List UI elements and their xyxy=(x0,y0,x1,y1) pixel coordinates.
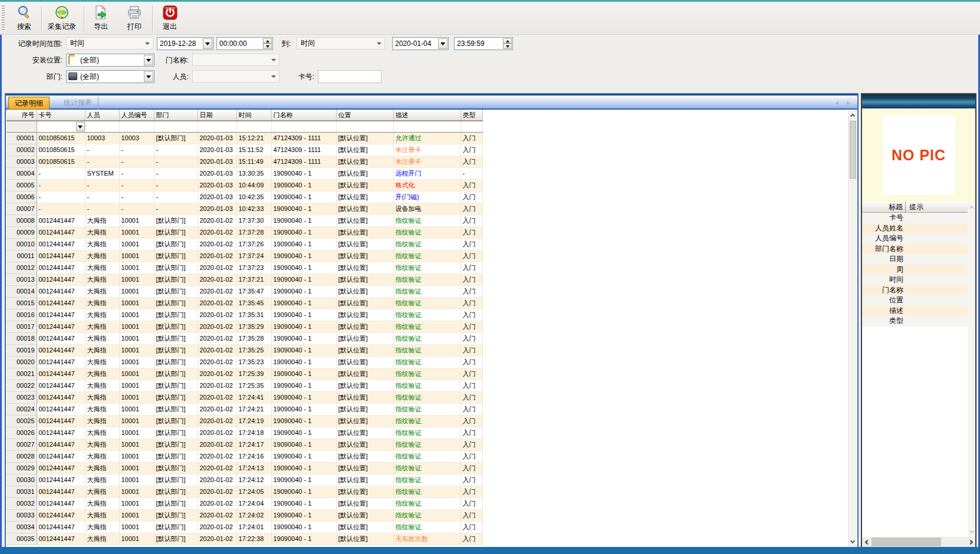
table-row[interactable]: 000340012441447大拇指10001[默认部门]2020-01-021… xyxy=(6,521,482,533)
table-row[interactable]: 00004-SYSTEM--2020-01-0313:30:3519090040… xyxy=(6,167,482,179)
spin-down-icon[interactable] xyxy=(503,44,512,49)
list-item[interactable]: 周 xyxy=(862,265,968,275)
table-row[interactable]: 000190012441447大拇指10001[默认部门]2020-01-021… xyxy=(6,344,482,356)
column-header[interactable]: 位置 xyxy=(336,110,393,121)
column-header[interactable]: 部门 xyxy=(154,110,198,121)
table-row[interactable]: 00006----2020-01-0310:42:3519090040 - 1[… xyxy=(6,191,482,203)
table-row[interactable]: 000300012441447大拇指10001[默认部门]2020-01-021… xyxy=(6,474,482,486)
start-date-picker[interactable]: 2019-12-28 xyxy=(157,37,213,50)
column-header[interactable]: 时间 xyxy=(236,110,271,121)
department-combo[interactable]: (全部) xyxy=(66,70,154,83)
table-row[interactable]: 000090012441447大拇指10001[默认部门]2020-01-021… xyxy=(6,226,482,238)
table-row[interactable]: 000110012441447大拇指10001[默认部门]2020-01-021… xyxy=(6,250,482,262)
print-button[interactable]: 打印 xyxy=(121,3,148,34)
list-item[interactable]: 位置 xyxy=(862,295,968,306)
exit-button[interactable]: 退出 xyxy=(156,3,184,34)
table-row[interactable]: 000260012441447大拇指10001[默认部门]2020-01-021… xyxy=(6,427,482,438)
table-row[interactable]: 000020010850615---2020-01-0315:11:524712… xyxy=(6,144,482,156)
column-header[interactable]: 门名称 xyxy=(271,110,336,121)
end-type-combo[interactable]: 时间 xyxy=(297,37,385,50)
spinner-buttons[interactable] xyxy=(503,38,512,49)
scroll-down-icon[interactable] xyxy=(968,526,975,535)
card-filter-dropdown[interactable] xyxy=(76,122,85,131)
column-header[interactable]: 人员 xyxy=(85,110,119,121)
table-row[interactable]: 000130012441447大拇指10001[默认部门]2020-01-021… xyxy=(6,273,482,285)
table-row[interactable]: 000320012441447大拇指10001[默认部门]2020-01-021… xyxy=(6,497,482,509)
table-row[interactable]: 00005----2020-01-0310:44:0919090040 - 1[… xyxy=(6,179,482,191)
table-row[interactable]: 000170012441447大拇指10001[默认部门]2020-01-021… xyxy=(6,321,482,332)
table-row[interactable]: 000150012441447大拇指10001[默认部门]2020-01-021… xyxy=(6,297,482,309)
door-name-combo[interactable] xyxy=(192,54,279,66)
column-header[interactable]: 类型 xyxy=(461,110,482,121)
scrollbar-thumb[interactable] xyxy=(850,121,856,179)
tab-statistics-report[interactable]: 统计报表 xyxy=(58,97,98,110)
info-column-hint[interactable]: 提示 xyxy=(909,202,923,212)
info-column-title[interactable]: 标题 xyxy=(862,202,906,212)
info-vertical-scrollbar[interactable] xyxy=(968,202,975,537)
list-item[interactable]: 门名称 xyxy=(862,285,968,296)
scroll-down-icon[interactable] xyxy=(849,536,857,545)
tab-record-details[interactable]: 记录明细 xyxy=(8,97,50,110)
table-row[interactable]: 0000100108506151000310003[默认部门]2020-01-0… xyxy=(6,132,482,144)
table-row[interactable]: 000120012441447大拇指10001[默认部门]2020-01-021… xyxy=(6,262,482,273)
scrollbar-thumb[interactable] xyxy=(872,537,941,546)
collect-records-button[interactable]: 采集记录 xyxy=(44,3,80,34)
table-row[interactable]: 000350012441447大拇指10001[默认部门]2020-01-021… xyxy=(6,533,482,545)
column-header[interactable]: 卡号 xyxy=(37,110,85,121)
start-type-combo[interactable]: 时间 xyxy=(66,37,153,50)
grid-vertical-scrollbar[interactable] xyxy=(848,110,857,546)
scroll-right-icon[interactable] xyxy=(966,537,975,547)
list-item[interactable]: 部门名称 xyxy=(862,244,968,255)
table-row[interactable]: 000160012441447大拇指10001[默认部门]2020-01-021… xyxy=(6,309,482,321)
chevron-down-icon[interactable] xyxy=(144,55,153,65)
calendar-dropdown-icon[interactable] xyxy=(203,38,212,49)
table-row[interactable]: 000240012441447大拇指10001[默认部门]2020-01-021… xyxy=(6,403,482,415)
list-item[interactable]: 卡号 xyxy=(862,213,968,223)
tab-scroll-right-icon[interactable] xyxy=(847,101,850,105)
list-item[interactable]: 人员姓名 xyxy=(862,223,968,234)
table-row[interactable]: 000220012441447大拇指10001[默认部门]2020-01-021… xyxy=(6,380,482,391)
list-item[interactable]: 时间 xyxy=(862,275,968,285)
column-header[interactable]: 人员编号 xyxy=(119,110,154,121)
table-row[interactable]: 000330012441447大拇指10001[默认部门]2020-01-021… xyxy=(6,509,482,521)
end-time-spinner[interactable]: 23:59:59 xyxy=(454,37,513,50)
table-row[interactable]: 000250012441447大拇指10001[默认部门]2020-01-021… xyxy=(6,415,482,427)
table-row[interactable]: 000310012441447大拇指10001[默认部门]2020-01-021… xyxy=(6,486,482,497)
end-date-picker[interactable]: 2020-01-04 xyxy=(392,37,449,50)
install-location-combo[interactable]: (全部) xyxy=(66,54,154,67)
person-combo[interactable] xyxy=(192,70,279,83)
column-header[interactable]: 序号 xyxy=(6,110,37,121)
table-row[interactable]: 000100012441447大拇指10001[默认部门]2020-01-021… xyxy=(6,238,482,250)
tab-scroll-left-icon[interactable] xyxy=(835,101,838,105)
table-row[interactable]: 000210012441447大拇指10001[默认部门]2020-01-021… xyxy=(6,368,482,380)
table-row[interactable]: 000140012441447大拇指10001[默认部门]2020-01-021… xyxy=(6,285,482,297)
table-row[interactable]: 000180012441447大拇指10001[默认部门]2020-01-021… xyxy=(6,332,482,344)
table-row[interactable]: 000080012441447大拇指10001[默认部门]2020-01-021… xyxy=(6,215,482,226)
scroll-up-icon[interactable] xyxy=(968,203,975,212)
list-item[interactable]: 人员编号 xyxy=(862,233,968,244)
column-header[interactable]: 描述 xyxy=(393,110,461,121)
start-time-spinner[interactable]: 00:00:00 xyxy=(216,37,273,50)
info-horizontal-scrollbar[interactable] xyxy=(862,537,975,547)
toolbar-grip[interactable] xyxy=(2,5,5,31)
table-row[interactable]: 00007----2020-01-0310:42:3319090040 - 1[… xyxy=(6,203,482,215)
calendar-dropdown-icon[interactable] xyxy=(438,38,448,49)
list-item[interactable]: 类型 xyxy=(862,316,968,327)
search-button[interactable]: 搜索 xyxy=(11,3,38,34)
table-row[interactable]: 000200012441447大拇指10001[默认部门]2020-01-021… xyxy=(6,356,482,368)
card-number-input[interactable] xyxy=(318,70,382,83)
spin-up-icon[interactable] xyxy=(503,38,512,44)
list-item[interactable]: 日期 xyxy=(862,254,968,265)
column-header[interactable]: 日期 xyxy=(198,110,236,121)
table-row[interactable]: 000030010850615---2020-01-0315:11:494712… xyxy=(6,156,482,167)
list-item[interactable]: 描述 xyxy=(862,306,968,316)
scroll-left-icon[interactable] xyxy=(863,537,872,547)
table-row[interactable]: 000230012441447大拇指10001[默认部门]2020-01-021… xyxy=(6,391,482,403)
table-row[interactable]: 000290012441447大拇指10001[默认部门]2020-01-021… xyxy=(6,462,482,474)
tab-scroll-arrows[interactable] xyxy=(834,100,851,106)
table-row[interactable]: 000270012441447大拇指10001[默认部门]2020-01-021… xyxy=(6,438,482,450)
export-button[interactable]: 导出 xyxy=(87,3,114,34)
chevron-down-icon[interactable] xyxy=(144,71,153,82)
table-row[interactable]: 000280012441447大拇指10001[默认部门]2020-01-021… xyxy=(6,450,482,462)
scroll-up-icon[interactable] xyxy=(849,111,857,120)
